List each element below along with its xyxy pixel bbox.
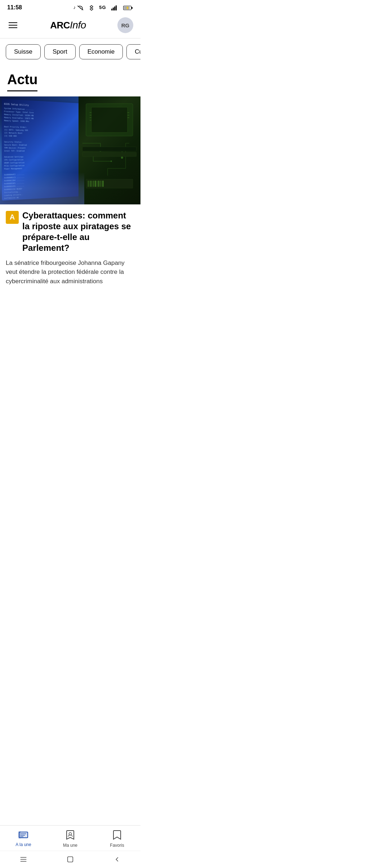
svg-rect-7 [131, 7, 133, 9]
svg-rect-33 [82, 152, 137, 157]
music-note-icon: ♪ [73, 5, 76, 10]
svg-point-19 [111, 161, 112, 162]
svg-rect-29 [100, 181, 100, 187]
svg-rect-26 [95, 181, 96, 187]
svg-rect-4 [116, 5, 117, 10]
keyboard-area [0, 172, 84, 204]
status-icons: ♪ 5G [73, 4, 133, 10]
article-container: A Cyberattaques: comment la riposte aux … [0, 204, 140, 290]
article-title[interactable]: Cyberattaques: comment la riposte aux pi… [22, 210, 135, 253]
status-bar: 11:58 ♪ 5G [0, 0, 140, 14]
svg-rect-24 [92, 181, 93, 187]
status-time: 11:58 [7, 4, 22, 11]
svg-rect-21 [88, 181, 89, 187]
article-badge: A [6, 211, 19, 224]
logo-arc-text: ARC [50, 20, 70, 31]
svg-rect-28 [98, 181, 99, 187]
svg-rect-2 [113, 8, 114, 10]
article-title-row: A Cyberattaques: comment la riposte aux … [6, 210, 135, 253]
user-avatar[interactable]: RG [117, 17, 133, 33]
signal-icons: 5G [77, 4, 133, 10]
header: ARCInfo RG [0, 14, 140, 38]
svg-point-18 [121, 157, 123, 159]
tech-scene-bg: BIOS Setup Utility System Information ..… [0, 96, 140, 204]
svg-rect-27 [97, 181, 97, 187]
svg-rect-22 [89, 181, 90, 187]
avatar-initials: RG [121, 22, 130, 28]
svg-rect-32 [82, 147, 137, 151]
network-label: 5G [99, 5, 106, 10]
tab-sport[interactable]: Sport [44, 44, 76, 59]
tab-suisse[interactable]: Suisse [6, 44, 41, 59]
hamburger-menu-button[interactable] [7, 21, 19, 30]
app-logo[interactable]: ARCInfo [50, 19, 86, 31]
svg-rect-23 [90, 181, 91, 187]
logo-info-text: Info [70, 19, 86, 31]
article-summary: La sénatrice fribourgeoise Johanna Gapan… [6, 258, 135, 286]
svg-rect-31 [102, 181, 104, 187]
svg-rect-20 [86, 179, 133, 188]
section-title-container: Actu [0, 65, 140, 96]
tab-culture[interactable]: Culture & loisirs [126, 44, 140, 59]
svg-rect-3 [114, 6, 115, 10]
svg-rect-9 [91, 107, 128, 132]
svg-rect-25 [93, 181, 94, 187]
tab-economie[interactable]: Economie [79, 44, 123, 59]
hero-image: BIOS Setup Utility System Information ..… [0, 96, 140, 204]
category-tabs: Suisse Sport Economie Culture & loisirs [0, 39, 140, 65]
svg-rect-1 [111, 9, 112, 10]
svg-rect-30 [101, 181, 102, 187]
circuit-board [79, 96, 140, 204]
section-title: Actu [7, 72, 37, 91]
